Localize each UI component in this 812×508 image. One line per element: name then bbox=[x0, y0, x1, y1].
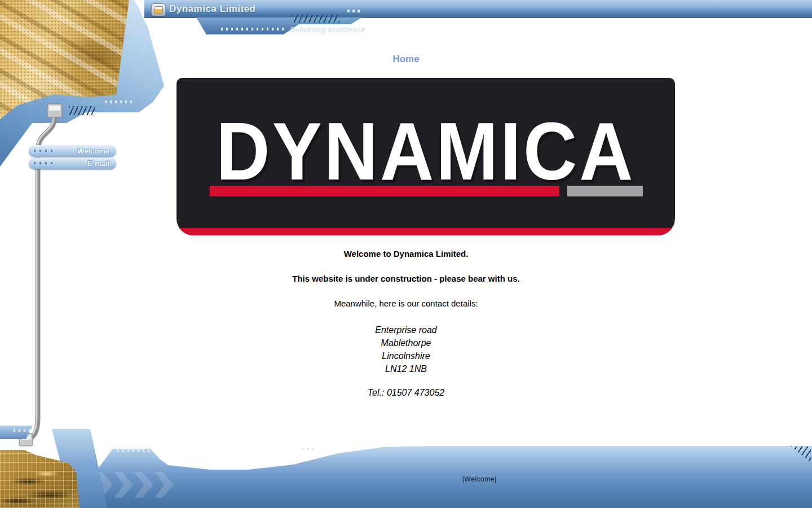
tick-marks bbox=[117, 449, 151, 452]
tick-marks bbox=[221, 28, 284, 30]
address-line: LN12 1NB bbox=[0, 362, 812, 375]
window-icon bbox=[151, 3, 166, 16]
tagline: Delivering excellence bbox=[290, 25, 365, 34]
tick-marks bbox=[105, 100, 135, 103]
tick-marks bbox=[34, 150, 54, 152]
logo-red-bar bbox=[210, 186, 559, 196]
banner-red-strip bbox=[176, 228, 675, 235]
site-title: Dynamica Limited bbox=[169, 3, 256, 15]
ellipsis-dots-icon bbox=[302, 448, 316, 450]
chevrons-icon bbox=[94, 472, 175, 500]
footer bbox=[79, 443, 812, 508]
sidebar-item-label: Welcome bbox=[77, 147, 109, 155]
address-line: Mablethorpe bbox=[0, 336, 812, 349]
page: Welcome E-mail Dynamica Limited Deliveri… bbox=[0, 0, 812, 508]
logo-gray-bar bbox=[567, 186, 643, 196]
welcome-text: Welcome to Dynamica Limited. bbox=[0, 249, 812, 259]
address-line: Lincolnshire bbox=[0, 349, 812, 362]
hatch-stripes-icon bbox=[69, 106, 95, 115]
sidebar-item-email[interactable]: E-mail bbox=[29, 157, 116, 169]
hatch-stripes-icon bbox=[292, 15, 339, 23]
construction-text: This website is under construction - ple… bbox=[0, 274, 812, 283]
ellipsis-dots-icon bbox=[347, 10, 362, 12]
sidebar-item-label: E-mail bbox=[87, 159, 109, 168]
sidebar-item-welcome[interactable]: Welcome bbox=[29, 145, 116, 157]
tick-marks bbox=[14, 430, 30, 432]
main-nav: Home bbox=[0, 54, 812, 65]
logo-banner: DYNAMICA bbox=[176, 78, 675, 235]
nav-home-link[interactable]: Home bbox=[392, 54, 419, 64]
logo-text: DYNAMICA bbox=[176, 111, 675, 192]
phone-text: Tel.: 01507 473052 bbox=[0, 388, 812, 398]
main-content: Welcome to Dynamica Limited. This websit… bbox=[0, 249, 812, 413]
footer-welcome-link[interactable]: |Welcome| bbox=[462, 475, 497, 483]
address-block: Enterprise road Mablethorpe Lincolnshire… bbox=[0, 323, 812, 375]
window-icon-inner bbox=[154, 6, 163, 14]
address-line: Enterprise road bbox=[0, 323, 812, 336]
contact-intro-text: Meanwhile, here is our contact details: bbox=[0, 299, 812, 308]
tick-marks bbox=[34, 162, 54, 164]
